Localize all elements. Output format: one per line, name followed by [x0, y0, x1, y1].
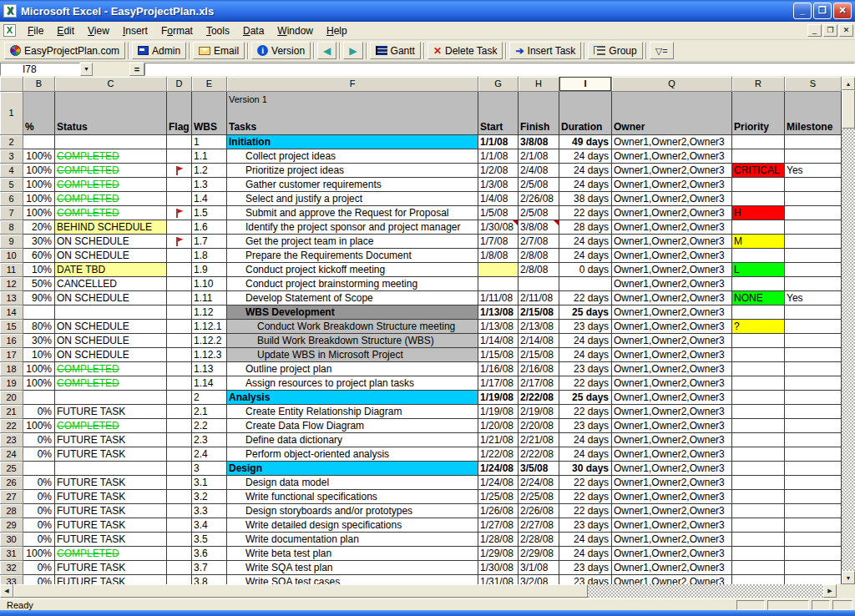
cell-start-33[interactable]: 1/31/08 [478, 575, 519, 584]
row-header-27[interactable]: 27 [0, 490, 23, 504]
cell-percent-31[interactable]: 100% [23, 547, 55, 561]
cell-milestone-8[interactable] [785, 220, 842, 235]
toolbar-gantt-button[interactable]: Gantt [370, 42, 421, 59]
row-header-1[interactable]: 1 [0, 92, 23, 135]
cell-percent-28[interactable]: 0% [23, 504, 55, 518]
cell-status-28[interactable]: FUTURE TASK [55, 504, 167, 518]
cell-task-4[interactable]: Prioritize project ideas [227, 164, 478, 178]
cell-priority-18[interactable] [732, 362, 785, 376]
menu-data[interactable]: Data [236, 23, 271, 39]
cell-status-12[interactable]: CANCELLED [55, 277, 167, 291]
column-header-E[interactable]: E [192, 77, 227, 92]
cell-priority-27[interactable] [732, 490, 785, 504]
cell-priority-29[interactable] [732, 518, 785, 533]
cell-flag-18[interactable] [167, 362, 192, 376]
cell-start-20[interactable]: 1/19/08 [478, 391, 519, 405]
cell-finish-19[interactable]: 2/17/08 [519, 376, 559, 391]
cell-percent-17[interactable]: 10% [23, 348, 55, 362]
cell-flag-23[interactable] [167, 433, 192, 447]
cell-percent-23[interactable]: 0% [23, 433, 55, 447]
column-header-I[interactable]: I [559, 77, 612, 92]
row-header-21[interactable]: 21 [0, 405, 23, 419]
toolbar-easyprojectplan-button[interactable]: EasyProjectPlan.com [4, 42, 125, 59]
cell-milestone-7[interactable] [785, 206, 842, 220]
cell-start-32[interactable]: 1/30/08 [478, 561, 519, 575]
cell-flag-5[interactable] [167, 178, 192, 192]
cell-milestone-3[interactable] [785, 149, 842, 164]
cell-percent-22[interactable]: 100% [23, 419, 55, 433]
cell-start-4[interactable]: 1/2/08 [478, 164, 519, 178]
cell-finish-4[interactable]: 2/4/08 [519, 164, 559, 178]
cell-priority-26[interactable] [732, 476, 785, 490]
cell-priority-17[interactable] [732, 348, 785, 362]
cell-status-32[interactable]: FUTURE TASK [55, 561, 167, 575]
cell-milestone-23[interactable] [785, 433, 842, 447]
cell-task-18[interactable]: Outline project plan [227, 362, 478, 376]
cell-owner-15[interactable]: Owner1,Owner2,Owner3 [612, 320, 732, 334]
cell-finish-3[interactable]: 2/1/08 [519, 149, 559, 164]
column-header-D[interactable]: D [167, 77, 192, 92]
cell-duration-32[interactable]: 23 days [559, 561, 612, 575]
cell-percent-9[interactable]: 30% [23, 235, 55, 249]
cell-start-23[interactable]: 1/21/08 [478, 433, 519, 447]
doc-minimize-button[interactable]: _ [807, 24, 822, 37]
cell-milestone-5[interactable] [785, 178, 842, 192]
cell-owner-16[interactable]: Owner1,Owner2,Owner3 [612, 334, 732, 348]
cell-duration-26[interactable]: 22 days [559, 476, 612, 490]
cell-milestone-2[interactable] [785, 135, 842, 149]
cell-wbs-11[interactable]: 1.9 [192, 263, 227, 277]
cell-flag-10[interactable] [167, 249, 192, 263]
cell-duration-8[interactable]: 28 days [559, 220, 612, 235]
row-header-12[interactable]: 12 [0, 277, 23, 291]
cell-duration-3[interactable]: 24 days [559, 149, 612, 164]
cell-flag-24[interactable] [167, 447, 192, 462]
cell-finish-33[interactable]: 3/2/08 [519, 575, 559, 584]
cell-flag-13[interactable] [167, 291, 192, 305]
cell-owner-8[interactable]: Owner1,Owner2,Owner3 [612, 220, 732, 235]
cell-task-3[interactable]: Collect project ideas [227, 149, 478, 164]
cell-duration-27[interactable]: 22 days [559, 490, 612, 504]
cell-finish-21[interactable]: 2/19/08 [519, 405, 559, 419]
cell-finish-32[interactable]: 3/1/08 [519, 561, 559, 575]
row-header-10[interactable]: 10 [0, 249, 23, 263]
cell-finish-20[interactable]: 2/22/08 [519, 391, 559, 405]
cell-wbs-33[interactable]: 3.8 [192, 575, 227, 584]
cell-flag-30[interactable] [167, 533, 192, 547]
cell-flag-7[interactable] [167, 206, 192, 220]
cell-start-29[interactable]: 1/27/08 [478, 518, 519, 533]
cell-flag-8[interactable] [167, 220, 192, 235]
cell-finish-31[interactable]: 2/29/08 [519, 547, 559, 561]
cell-flag-20[interactable] [167, 391, 192, 405]
scroll-down-icon[interactable]: ▼ [842, 571, 855, 584]
cell-finish-17[interactable]: 2/15/08 [519, 348, 559, 362]
cell-duration-29[interactable]: 23 days [559, 518, 612, 533]
cell-status-13[interactable]: ON SCHEDULE [55, 291, 167, 305]
cell-finish-26[interactable]: 2/24/08 [519, 476, 559, 490]
cell-finish-10[interactable]: 2/8/08 [519, 249, 559, 263]
cell-task-23[interactable]: Define data dictionary [227, 433, 478, 447]
cell-status-25[interactable] [55, 462, 167, 476]
cell-status-16[interactable]: ON SCHEDULE [55, 334, 167, 348]
cell-wbs-10[interactable]: 1.8 [192, 249, 227, 263]
cell-finish-6[interactable]: 2/26/08 [519, 192, 559, 206]
cell-status-21[interactable]: FUTURE TASK [55, 405, 167, 419]
cell-priority-20[interactable] [732, 391, 785, 405]
doc-restore-button[interactable]: ❐ [823, 24, 837, 37]
name-box[interactable]: I78 [0, 63, 80, 76]
cell-status-20[interactable] [55, 391, 167, 405]
cell-priority-25[interactable] [732, 462, 785, 476]
header-cell-tasks[interactable]: Version 1Tasks [227, 92, 478, 135]
toolbar-delete-task-button[interactable]: ✕Delete Task [428, 42, 503, 59]
cell-milestone-10[interactable] [785, 249, 842, 263]
row-header-19[interactable]: 19 [0, 376, 23, 391]
cell-milestone-20[interactable] [785, 391, 842, 405]
header-cell-start[interactable]: Start [478, 92, 519, 135]
cell-percent-6[interactable]: 100% [23, 192, 55, 206]
horizontal-scroll-thumb[interactable] [13, 584, 588, 598]
cell-percent-30[interactable]: 0% [23, 533, 55, 547]
cell-task-22[interactable]: Create Data Flow Diagram [227, 419, 478, 433]
cell-task-26[interactable]: Design data model [227, 476, 478, 490]
cell-start-14[interactable]: 1/13/08 [478, 305, 519, 320]
cell-milestone-19[interactable] [785, 376, 842, 391]
menu-view[interactable]: View [81, 23, 116, 39]
